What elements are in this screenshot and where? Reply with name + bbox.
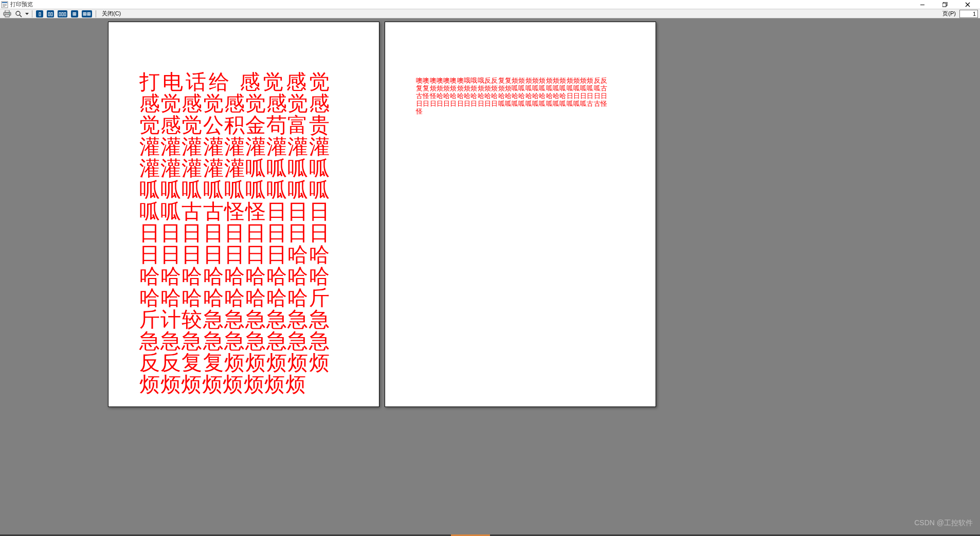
page-2-text: 噢噢噢噢噢噢噢哦哦哦反反复复烦烦烦烦烦烦烦烦烦烦烦烦反反复复烦烦烦烦烦烦烦烦烦烦… <box>416 77 607 116</box>
preview-page-2: 噢噢噢噢噢噢噢哦哦哦反反复复烦烦烦烦烦烦烦烦烦烦烦烦反反复复烦烦烦烦烦烦烦烦烦烦… <box>385 22 656 407</box>
minimize-button[interactable] <box>911 0 934 9</box>
window-buttons <box>911 0 979 9</box>
svg-line-17 <box>20 15 22 17</box>
layout-4-icon: ⊞ <box>71 10 78 17</box>
layout-3page-button[interactable]: ▯▯▯ <box>57 10 68 18</box>
window-titlebar: 打印预览 <box>0 0 980 9</box>
page-1-text: 打电话给 感觉感觉感觉感觉感觉感觉感觉感觉公积金苟富贵灌灌灌灌灌灌灌灌灌灌灌灌灌… <box>139 71 330 395</box>
preview-page-1: 打电话给 感觉感觉感觉感觉感觉感觉感觉感觉公积金苟富贵灌灌灌灌灌灌灌灌灌灌灌灌灌… <box>108 22 379 407</box>
toolbar-separator <box>32 10 32 17</box>
layout-6-icon: ⊞⊞ <box>82 10 92 17</box>
maximize-button[interactable] <box>934 0 956 9</box>
svg-rect-1 <box>2 2 7 3</box>
layout-4page-button[interactable]: ⊞ <box>70 10 79 18</box>
page-number-input[interactable] <box>959 10 978 18</box>
printer-icon <box>3 10 11 17</box>
svg-rect-4 <box>3 6 5 7</box>
magnifier-icon <box>15 10 22 17</box>
layout-1page-button[interactable]: ▯ <box>35 10 44 18</box>
svg-rect-2 <box>3 4 7 5</box>
svg-rect-15 <box>6 16 9 16</box>
svg-rect-7 <box>942 3 946 7</box>
layout-6page-button[interactable]: ⊞⊞ <box>81 10 93 18</box>
close-preview-button[interactable]: 关闭(C) <box>99 10 124 18</box>
window-title: 打印预览 <box>10 1 911 8</box>
toolbar-separator <box>96 10 96 17</box>
toolbar: ▯ ▯▯ ▯▯▯ ⊞ ⊞⊞ 关闭(C) 页(P) <box>0 9 980 19</box>
zoom-dropdown-button[interactable] <box>25 10 29 18</box>
svg-rect-14 <box>6 15 9 15</box>
svg-rect-10 <box>5 10 9 12</box>
page-label: 页(P) <box>942 10 956 17</box>
svg-rect-5 <box>920 5 924 5</box>
close-window-button[interactable] <box>956 0 979 9</box>
zoom-button[interactable] <box>14 10 23 18</box>
svg-point-12 <box>9 13 10 14</box>
chevron-down-icon <box>25 10 29 17</box>
app-icon <box>1 1 8 8</box>
layout-2-icon: ▯▯ <box>47 10 54 17</box>
layout-1-icon: ▯ <box>36 10 43 17</box>
svg-point-16 <box>16 11 20 15</box>
preview-viewport[interactable]: 打电话给 感觉感觉感觉感觉感觉感觉感觉感觉公积金苟富贵灌灌灌灌灌灌灌灌灌灌灌灌灌… <box>0 19 980 534</box>
svg-rect-3 <box>3 5 7 6</box>
layout-2page-button[interactable]: ▯▯ <box>46 10 55 18</box>
print-button[interactable] <box>2 10 12 18</box>
svg-marker-18 <box>25 13 29 15</box>
svg-rect-13 <box>5 14 9 17</box>
layout-3-icon: ▯▯▯ <box>58 10 67 17</box>
